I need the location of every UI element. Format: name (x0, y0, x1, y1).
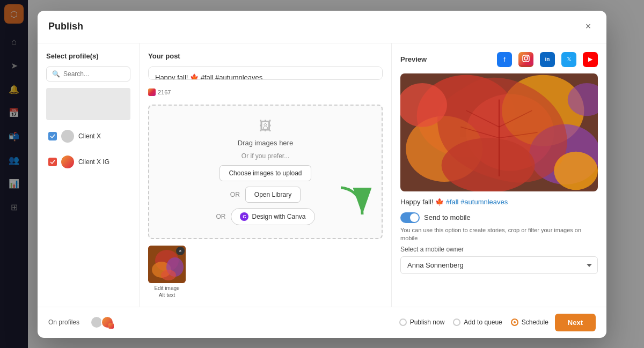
send-mobile-section: Send to mobile You can use this option t… (400, 212, 598, 275)
instagram-char-icon (148, 88, 156, 96)
canva-button[interactable]: C Design with Canva (231, 208, 314, 225)
svg-point-7 (528, 56, 529, 57)
profile-avatar-client-x (61, 130, 74, 143)
edit-image-label[interactable]: Edit image (154, 285, 179, 291)
add-to-queue-label: Add to queue (464, 319, 502, 326)
post-panel: Your post Happy fall! 🍁 #fall #autumnlea… (140, 43, 392, 307)
profiles-panel-title: Select profile(s) (46, 52, 130, 60)
modal-title: Publish (48, 21, 83, 32)
thumb-remove-button[interactable]: × (176, 247, 185, 255)
profile-checkbox-client-x-ig[interactable] (48, 158, 57, 166)
profile-name-client-x: Client X (78, 132, 101, 140)
twitter-tab[interactable]: 𝕏 (561, 52, 576, 67)
hashtag2: #autumnleaves (460, 198, 508, 206)
svg-point-6 (524, 57, 528, 60)
profiles-search-input[interactable] (63, 70, 125, 78)
thumb-item: × Edit image Alt text (148, 246, 186, 298)
drag-text: Drag images here (238, 139, 293, 147)
svg-point-16 (554, 151, 598, 190)
publish-now-option[interactable]: Publish now (399, 319, 445, 326)
schedule-label: Schedule (522, 319, 548, 326)
svg-point-4 (161, 270, 176, 280)
canva-logo: C (240, 212, 248, 221)
publish-now-label: Publish now (410, 319, 445, 326)
canva-label: Design with Canva (252, 213, 305, 220)
prefer-text: Or if you prefer... (241, 152, 289, 160)
canva-row: OR C Design with Canva (162, 208, 369, 225)
preview-image (400, 73, 598, 191)
toggle-knob (410, 213, 419, 222)
hashtag1: #fall (446, 198, 459, 206)
send-mobile-label: Send to mobile (424, 213, 471, 221)
profiles-panel: Select profile(s) 🔍 Client X (38, 43, 140, 307)
preview-panel: Preview f in 𝕏 ▶ (392, 43, 606, 307)
linkedin-tab[interactable]: in (540, 52, 555, 67)
on-profiles-label: On profiles (48, 319, 79, 326)
profile-avatar-client-x-ig (61, 156, 74, 168)
facebook-tab[interactable]: f (497, 52, 512, 67)
modal-header: Publish × (38, 11, 606, 43)
send-mobile-desc: You can use this option to create storie… (400, 226, 598, 243)
publish-modal: Publish × Select profile(s) 🔍 Client X (38, 11, 606, 338)
send-mobile-row: Send to mobile (400, 212, 598, 223)
publish-now-radio[interactable] (399, 319, 407, 326)
schedule-radio[interactable] (511, 319, 518, 326)
profiles-search-box[interactable]: 🔍 (46, 66, 130, 82)
preview-title: Preview (400, 55, 427, 63)
profile-avatars-row (90, 316, 114, 329)
profile-item-client-x[interactable]: Client X (46, 127, 130, 146)
thumb-image: × (148, 246, 186, 283)
preview-header: Preview f in 𝕏 ▶ (400, 52, 598, 67)
open-library-button[interactable]: Open Library (245, 187, 301, 203)
profile-item-client-x-ig[interactable]: Client X IG (46, 152, 130, 172)
search-icon: 🔍 (52, 70, 60, 78)
owner-select[interactable]: Anna Sonnenberg (400, 256, 598, 274)
char-count-value: 2167 (158, 89, 171, 95)
modal-overlay: Publish × Select profile(s) 🔍 Client X (0, 0, 644, 348)
or-2-text: OR (216, 213, 225, 220)
next-button[interactable]: Next (555, 314, 596, 331)
post-panel-title: Your post (148, 52, 383, 60)
preview-caption: Happy fall! 🍁 #fall #autumnleaves (400, 198, 598, 206)
post-textarea[interactable]: Happy fall! 🍁 #fall #autumnleaves (149, 67, 382, 80)
schedule-option[interactable]: Schedule (511, 319, 548, 326)
modal-body: Select profile(s) 🔍 Client X (38, 43, 606, 307)
post-textarea-wrapper: Happy fall! 🍁 #fall #autumnleaves 🙂 # 🔗 … (148, 66, 383, 80)
profile-placeholder-image (46, 88, 130, 120)
add-to-queue-radio[interactable] (453, 319, 460, 326)
add-to-queue-option[interactable]: Add to queue (453, 319, 502, 326)
mini-avatar-2 (101, 316, 114, 329)
ig-badge (108, 323, 114, 329)
modal-footer: On profiles Publish now Add to queue (38, 307, 606, 338)
or-1-text: OR (230, 191, 240, 198)
select-owner-label: Select a mobile owner (400, 246, 598, 253)
youtube-tab[interactable]: ▶ (583, 52, 598, 67)
library-row: OR Open Library (162, 187, 369, 203)
close-button[interactable]: × (581, 19, 596, 34)
thumb-actions: Edit image Alt text (154, 285, 179, 298)
alt-text-label[interactable]: Alt text (159, 292, 175, 298)
upload-area[interactable]: 🖼 Drag images here Or if you prefer... C… (148, 105, 383, 239)
profile-checkbox-client-x[interactable] (48, 132, 57, 140)
radio-group: Publish now Add to queue Schedule (399, 319, 548, 326)
choose-images-button[interactable]: Choose images to upload (219, 165, 311, 181)
send-mobile-toggle[interactable] (400, 212, 420, 223)
instagram-tab[interactable] (518, 52, 533, 67)
upload-image-icon: 🖼 (259, 119, 272, 134)
profile-name-client-x-ig: Client X IG (78, 158, 109, 166)
image-thumbnails: × Edit image Alt text (148, 246, 383, 298)
char-count-row: 2167 (148, 86, 383, 98)
